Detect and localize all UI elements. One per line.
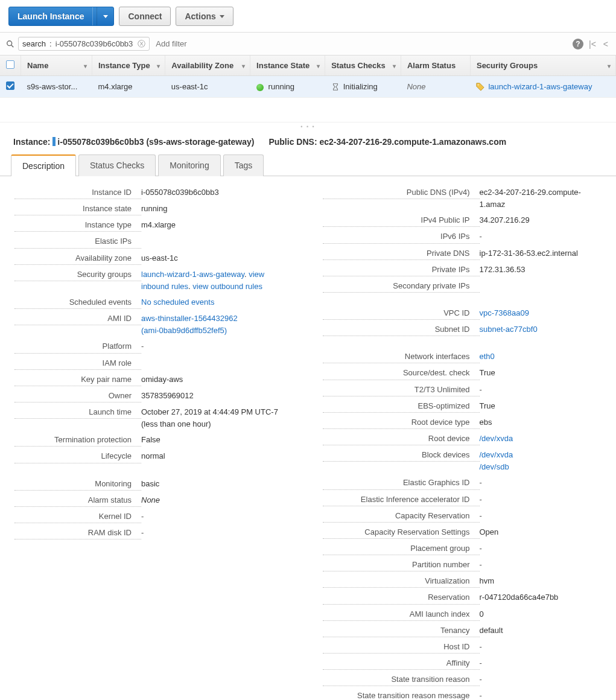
val-alarm: None [141, 494, 294, 507]
val-host: - [480, 641, 602, 654]
col-type[interactable]: Instance Type▾ [92, 56, 165, 76]
val-life: normal [141, 450, 294, 463]
val-launch: October 27, 2019 at 4:44:49 PM UTC-7 (le… [141, 406, 294, 430]
vpc-link[interactable]: vpc-7368aa09 [480, 308, 529, 317]
sort-icon: ▾ [317, 62, 320, 69]
tag-icon [476, 83, 484, 91]
svg-line-1 [11, 45, 14, 47]
help-icon[interactable]: ? [573, 39, 583, 49]
dns-label: Public DNS: [268, 137, 317, 147]
val-pn: - [480, 559, 602, 571]
detail-header: Instance: i-055078c039b6c0bb3 (s9s-aws-s… [0, 131, 616, 150]
detail-col-left: Instance IDi-055078c039b6c0bb3 Instance … [14, 185, 294, 700]
page-first-icon[interactable]: |< [587, 39, 598, 49]
subnet-link[interactable]: subnet-ac77cbf0 [480, 325, 538, 334]
resize-grip[interactable]: • • • [0, 122, 616, 131]
col-sg[interactable]: Security Groups▾ [470, 56, 615, 76]
val-platform: - [141, 340, 294, 353]
instances-table: Name▾ Instance Type▾ Availability Zone▾ … [0, 56, 616, 98]
chevron-down-icon [103, 15, 108, 18]
dns-value: ec2-34-207-216-29.compute-1.amazonaws.co… [319, 137, 506, 147]
sort-icon: ▾ [608, 62, 611, 69]
filter-tag-key: search [22, 39, 46, 48]
select-all-header[interactable] [0, 56, 21, 76]
toolbar: Launch Instance Connect Actions [0, 0, 616, 32]
val-ram: - [141, 527, 294, 539]
filter-tag[interactable]: search: i-055078c039b6c0bb3 ⓧ [18, 37, 150, 51]
val-kernel: - [141, 511, 294, 523]
sg-name-link[interactable]: launch-wizard-1-aws-gateway [141, 270, 244, 279]
ni-link[interactable]: eth0 [480, 352, 495, 361]
val-cr: - [480, 510, 602, 523]
search-icon [6, 40, 14, 48]
sched-link[interactable]: No scheduled events [141, 298, 214, 307]
tab-monitoring[interactable]: Monitoring [158, 154, 220, 176]
outbound-rules-link[interactable]: view outbound rules [192, 282, 262, 291]
val-type: m4.xlarge [141, 219, 294, 232]
val-iam [141, 357, 294, 370]
val-t2t3: - [480, 384, 602, 396]
sort-icon: ▾ [84, 62, 87, 69]
col-az[interactable]: Availability Zone▾ [165, 56, 250, 76]
val-instance-id: i-055078c039b6c0bb3 [141, 186, 294, 199]
cell-type: m4.xlarge [92, 76, 165, 98]
val-ami: aws-thinstaller-1564432962(ami-0bab9d6df… [141, 313, 294, 337]
svg-point-2 [478, 84, 479, 86]
sg-link[interactable]: launch-wizard-1-aws-gateway [488, 82, 592, 91]
val-crs: Open [480, 526, 602, 539]
val-eg: - [480, 477, 602, 489]
block-device-link[interactable]: /dev/xvda [480, 450, 513, 459]
val-state: running [141, 203, 294, 215]
sort-icon: ▾ [242, 62, 245, 69]
cell-sg: launch-wizard-1-aws-gateway [470, 76, 615, 98]
tab-status-checks[interactable]: Status Checks [78, 154, 156, 176]
col-status[interactable]: Status Checks▾ [325, 56, 401, 76]
tab-tags[interactable]: Tags [223, 154, 264, 176]
col-state[interactable]: Instance State▾ [250, 56, 325, 76]
val-res: r-047120da66ca4e7bb [480, 591, 602, 604]
launch-caret[interactable] [97, 7, 113, 25]
filter-bar: search: i-055078c039b6c0bb3 ⓧ ? |< < [0, 32, 616, 56]
filter-tag-remove-icon[interactable]: ⓧ [138, 40, 145, 48]
root-device-link[interactable]: /dev/xvda [480, 434, 513, 443]
chevron-down-icon [220, 15, 224, 18]
instance-label: Instance: [13, 137, 50, 147]
blue-bar-icon [52, 137, 56, 146]
connect-button[interactable]: Connect [119, 7, 171, 26]
val-ten: default [480, 625, 602, 637]
val-az: us-east-1c [141, 252, 294, 265]
val-ebs: True [480, 400, 602, 413]
val-eip [141, 235, 294, 248]
cell-status: Initializing [325, 76, 401, 98]
val-sched: No scheduled events [141, 296, 294, 309]
row-checkbox[interactable] [6, 81, 14, 90]
val-secip [480, 280, 602, 293]
val-eia: - [480, 494, 602, 506]
checkbox-icon [6, 60, 14, 69]
detail-col-right: Public DNS (IPv4)ec2-34-207-216-29.compu… [323, 185, 602, 700]
actions-button[interactable]: Actions [176, 7, 233, 26]
filter-input[interactable] [153, 37, 569, 51]
col-alarm[interactable]: Alarm Status [401, 56, 470, 76]
val-pdns: ec2-34-207-216-29.compute-1.amaz [480, 186, 602, 211]
page-prev-icon[interactable]: < [602, 39, 610, 49]
ami-link[interactable]: aws-thinstaller-1564432962(ami-0bab9d6df… [141, 314, 238, 335]
val-sg: launch-wizard-1-aws-gateway. view inboun… [141, 269, 294, 293]
block-device-link[interactable]: /dev/sdb [480, 462, 509, 471]
tab-description[interactable]: Description [11, 154, 76, 176]
cell-az: us-east-1c [165, 76, 250, 98]
detail-tabs: Description Status Checks Monitoring Tag… [0, 154, 616, 176]
launch-instance-label: Launch Instance [9, 7, 93, 25]
hourglass-icon [331, 83, 340, 91]
val-mon: basic [141, 478, 294, 491]
val-virt: hvm [480, 575, 602, 588]
filter-tag-value: i-055078c039b6c0bb3 [56, 39, 133, 48]
sort-icon: ▾ [393, 62, 396, 69]
launch-instance-button[interactable]: Launch Instance [8, 7, 114, 26]
col-name[interactable]: Name▾ [21, 56, 92, 76]
instance-id: i-055078c039b6c0bb3 (s9s-aws-storage-gat… [57, 137, 254, 147]
cell-name: s9s-aws-stor... [21, 76, 92, 98]
running-icon [256, 84, 264, 91]
table-row[interactable]: s9s-aws-stor... m4.xlarge us-east-1c run… [0, 76, 616, 98]
val-str: - [480, 673, 602, 686]
